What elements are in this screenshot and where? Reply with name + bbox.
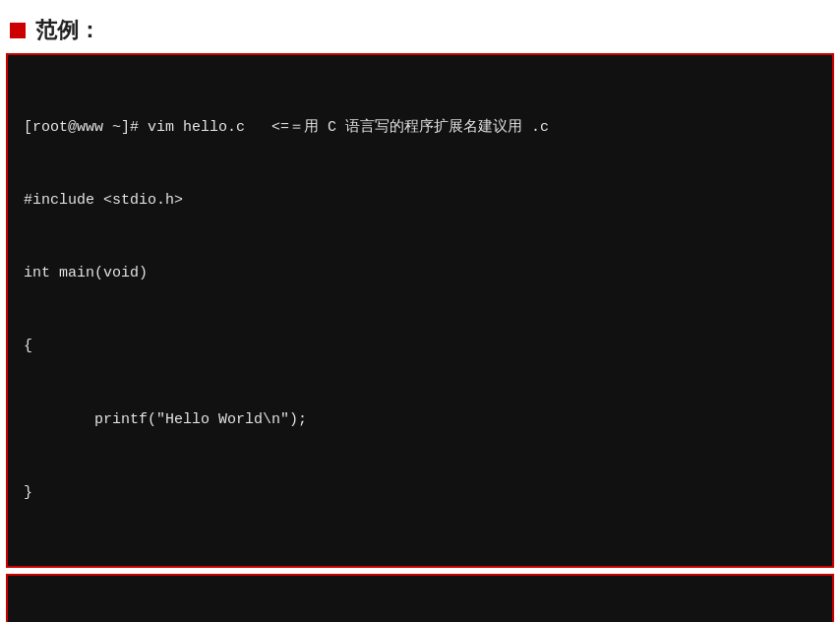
section-title: 范例： <box>0 10 840 53</box>
page-container: 范例： [root@www ~]# vim hello.c <=＝用 C 语言写… <box>0 0 840 622</box>
code-block-top: [root@www ~]# vim hello.c <=＝用 C 语言写的程序扩… <box>6 53 834 568</box>
code-line-5: printf("Hello World\n"); <box>24 408 816 433</box>
code-block-bottom: [root@www ~]# gcc hello.c [root@www ~]# … <box>6 574 834 622</box>
code-line-1: [root@www ~]# vim hello.c <=＝用 C 语言写的程序扩… <box>24 116 816 141</box>
red-square-icon <box>10 23 26 38</box>
title-text: 范例： <box>35 16 100 45</box>
code-line-6: } <box>24 481 816 506</box>
code-line-3: int main(void) <box>24 262 816 286</box>
code-line-4: { <box>24 335 816 359</box>
code-line-2: #include <stdio.h> <box>24 189 816 214</box>
